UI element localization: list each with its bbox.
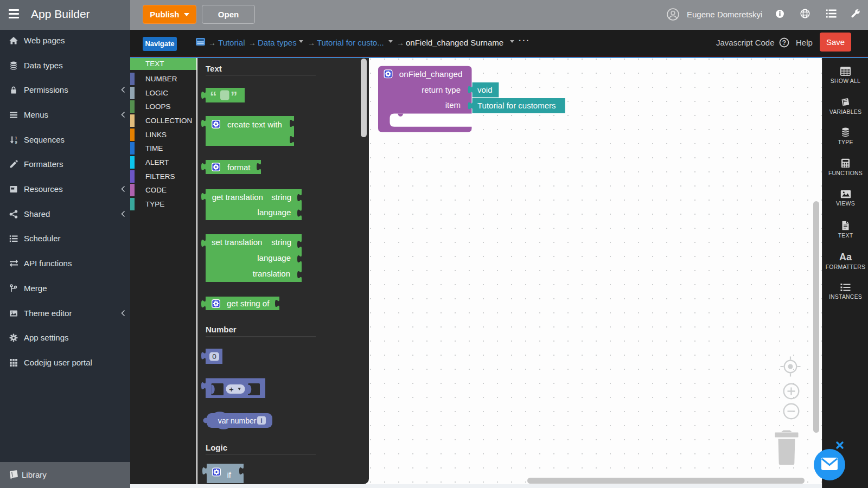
svg-text:void: void: [477, 85, 493, 94]
svg-text:set translation: set translation: [212, 237, 262, 247]
svg-text:Logic: Logic: [206, 443, 227, 452]
svg-text:+: +: [229, 384, 234, 394]
svg-text:Tutorial for customers: Tutorial for customers: [477, 101, 556, 110]
svg-text:translation: translation: [253, 269, 290, 278]
svg-text:Number: Number: [206, 325, 237, 334]
svg-text:?: ?: [782, 39, 786, 47]
svg-text:create text with: create text with: [227, 120, 282, 129]
svg-text:i: i: [260, 417, 262, 425]
svg-text:”: ”: [231, 89, 238, 104]
svg-text:language: language: [258, 208, 291, 217]
svg-text:onField_changed: onField_changed: [399, 69, 463, 79]
svg-text:get string of: get string of: [227, 299, 270, 308]
svg-text:item: item: [445, 100, 461, 110]
svg-text:get translation: get translation: [212, 192, 263, 202]
svg-text:string: string: [271, 237, 291, 247]
svg-text:var number: var number: [218, 416, 257, 425]
svg-text:language: language: [257, 253, 291, 262]
svg-text:return type: return type: [422, 85, 461, 94]
svg-text:if: if: [227, 470, 232, 479]
svg-text:string: string: [271, 192, 291, 202]
svg-text:format: format: [227, 163, 251, 172]
svg-text:“: “: [210, 89, 217, 104]
svg-text:0: 0: [212, 352, 216, 361]
svg-text:Text: Text: [206, 64, 222, 73]
svg-text:9: 9: [15, 140, 17, 144]
